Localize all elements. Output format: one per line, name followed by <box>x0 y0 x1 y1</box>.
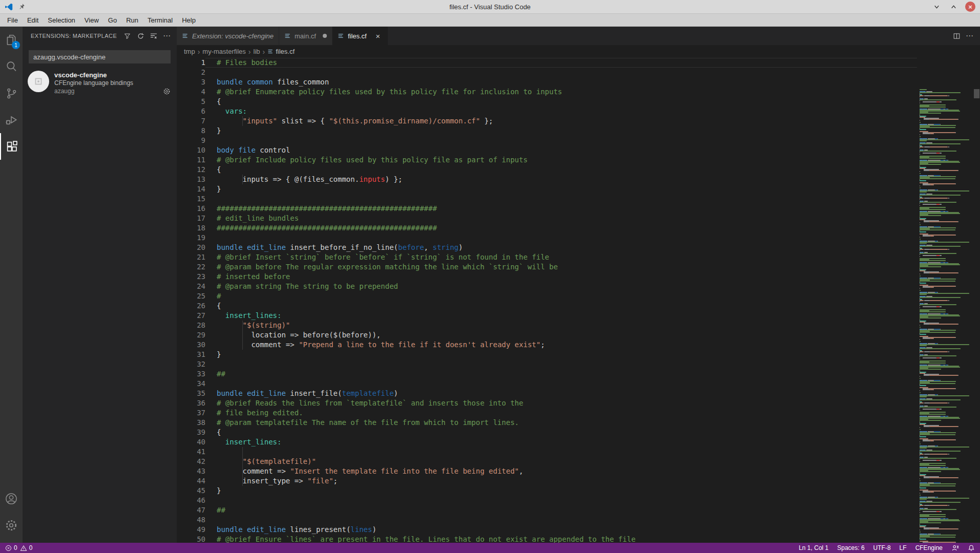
extension-list-item[interactable]: vscode-cfengine CFEngine language bindin… <box>23 63 177 100</box>
minimap[interactable] <box>917 89 973 543</box>
code-line[interactable]: 28 "$(string)" <box>177 321 917 330</box>
code-line[interactable]: 20bundle edit_line insert_before_if_no_l… <box>177 243 917 252</box>
line-number[interactable]: 37 <box>177 408 205 418</box>
line-number[interactable]: 32 <box>177 359 205 369</box>
code-line-text[interactable]: body file control <box>205 145 917 155</box>
window-close-button[interactable]: × <box>965 2 975 12</box>
editor-more-actions-icon[interactable]: ⋯ <box>966 31 974 40</box>
problems-warnings[interactable]: 0 <box>20 544 33 551</box>
line-number[interactable]: 12 <box>177 165 205 175</box>
line-number[interactable]: 20 <box>177 243 205 252</box>
code-line-text[interactable]: "$(templatefile)" <box>205 457 917 466</box>
code-line[interactable]: 25# <box>177 291 917 301</box>
code-line-text[interactable]: { <box>205 97 917 107</box>
code-line[interactable]: 32 <box>177 359 917 369</box>
problems-errors[interactable]: 0 <box>5 544 17 551</box>
account-button[interactable] <box>0 485 23 512</box>
line-number[interactable]: 40 <box>177 437 205 447</box>
code-line-text[interactable]: ## <box>205 369 917 379</box>
code-line[interactable]: 35bundle edit_line insert_file(templatef… <box>177 389 917 398</box>
code-line[interactable]: 22# @param before The regular expression… <box>177 262 917 272</box>
activity-search[interactable] <box>0 53 23 80</box>
line-number[interactable]: 19 <box>177 233 205 243</box>
code-line[interactable]: 2 <box>177 68 917 77</box>
activity-explorer[interactable]: 1 <box>0 27 23 53</box>
code-line[interactable]: 50# @brief Ensure `lines` are present in… <box>177 535 917 543</box>
code-line[interactable]: 10body file control <box>177 145 917 155</box>
breadcrumb-item-file[interactable]: files.cf <box>267 48 295 55</box>
code-line-text[interactable]: # @brief Enumerate policy files used by … <box>205 87 917 97</box>
code-line[interactable]: 48 <box>177 515 917 525</box>
code-line-text[interactable] <box>205 233 917 243</box>
code-line-text[interactable]: bundle common files_common <box>205 77 917 87</box>
tab-close-icon[interactable]: × <box>373 32 383 40</box>
code-line-text[interactable]: } <box>205 486 917 496</box>
menu-run[interactable]: Run <box>121 16 143 24</box>
code-line-text[interactable]: # @brief Include policy files used by th… <box>205 155 917 165</box>
line-number[interactable]: 44 <box>177 476 205 486</box>
code-line-text[interactable]: ########################################… <box>205 223 917 233</box>
line-number[interactable]: 42 <box>177 457 205 466</box>
code-line[interactable]: 11# @brief Include policy files used by … <box>177 155 917 165</box>
code-editor[interactable]: 1# Files bodies23bundle common files_com… <box>177 58 917 543</box>
code-line-text[interactable]: inputs => { @(files_common.inputs) }; <box>205 175 917 184</box>
line-number[interactable]: 4 <box>177 87 205 97</box>
scrollbar-thumb[interactable] <box>974 89 979 98</box>
code-line-text[interactable] <box>205 379 917 389</box>
editor-scrollbar[interactable] <box>973 89 980 543</box>
code-line-text[interactable]: # @param before The regular expression m… <box>205 262 917 272</box>
code-line-text[interactable] <box>205 447 917 457</box>
line-number[interactable]: 34 <box>177 379 205 389</box>
line-number[interactable]: 9 <box>177 136 205 145</box>
line-number[interactable]: 8 <box>177 126 205 136</box>
code-line[interactable]: 38# @param templatefile The name of the … <box>177 418 917 428</box>
code-line[interactable]: 42 "$(templatefile)" <box>177 457 917 466</box>
code-line-text[interactable]: { <box>205 301 917 311</box>
modified-dot-icon[interactable] <box>323 34 327 38</box>
code-line[interactable]: 44 insert_type => "file"; <box>177 476 917 486</box>
code-line-text[interactable]: ########################################… <box>205 204 917 214</box>
notifications-bell-icon[interactable] <box>968 544 975 551</box>
line-number[interactable]: 22 <box>177 262 205 272</box>
code-line-text[interactable]: location => before($(before)), <box>205 330 917 340</box>
code-line-text[interactable]: { <box>205 428 917 437</box>
line-number[interactable]: 23 <box>177 272 205 282</box>
code-line-text[interactable]: { <box>205 165 917 175</box>
code-line[interactable]: 12{ <box>177 165 917 175</box>
code-line[interactable]: 17# edit_line bundles <box>177 214 917 223</box>
line-number[interactable]: 14 <box>177 184 205 194</box>
code-line-text[interactable]: insert_lines: <box>205 311 917 321</box>
code-line-text[interactable]: comment => "Insert the template file int… <box>205 466 917 476</box>
code-line[interactable]: 21# @brief Insert `string` before `befor… <box>177 252 917 262</box>
code-line[interactable]: 36# @brief Reads the lines from `templat… <box>177 398 917 408</box>
code-line[interactable]: 8} <box>177 126 917 136</box>
code-line-text[interactable]: } <box>205 126 917 136</box>
code-line[interactable]: 16######################################… <box>177 204 917 214</box>
code-line-text[interactable]: ## <box>205 505 917 515</box>
menu-go[interactable]: Go <box>103 16 121 24</box>
code-line-text[interactable]: # Files bodies <box>205 58 917 68</box>
line-number[interactable]: 27 <box>177 311 205 321</box>
tab-main-cf[interactable]: main.cf <box>279 27 332 45</box>
code-line[interactable]: 14} <box>177 184 917 194</box>
tab-extension-vscode-cfengine[interactable]: Extension: vscode-cfengine <box>177 27 279 45</box>
code-line[interactable]: 31} <box>177 350 917 359</box>
tab-files-cf[interactable]: files.cf × <box>332 27 388 45</box>
indentation-setting[interactable]: Spaces: 6 <box>837 544 864 551</box>
breadcrumb-item-lib[interactable]: lib <box>254 48 260 55</box>
code-line[interactable]: 40 insert_lines: <box>177 437 917 447</box>
code-line-text[interactable]: bundle edit_line insert_before_if_no_lin… <box>205 243 917 252</box>
clear-extensions-icon[interactable] <box>148 30 159 41</box>
line-number[interactable]: 16 <box>177 204 205 214</box>
line-number[interactable]: 1 <box>177 58 205 68</box>
code-line-text[interactable] <box>205 136 917 145</box>
line-number[interactable]: 38 <box>177 418 205 428</box>
activity-extensions[interactable] <box>0 133 23 160</box>
code-line-text[interactable] <box>205 515 917 525</box>
code-line-text[interactable]: } <box>205 184 917 194</box>
more-actions-icon[interactable]: ⋯ <box>161 30 173 41</box>
line-number[interactable]: 3 <box>177 77 205 87</box>
code-line[interactable]: 26{ <box>177 301 917 311</box>
line-number[interactable]: 46 <box>177 496 205 505</box>
code-line-text[interactable] <box>205 496 917 505</box>
